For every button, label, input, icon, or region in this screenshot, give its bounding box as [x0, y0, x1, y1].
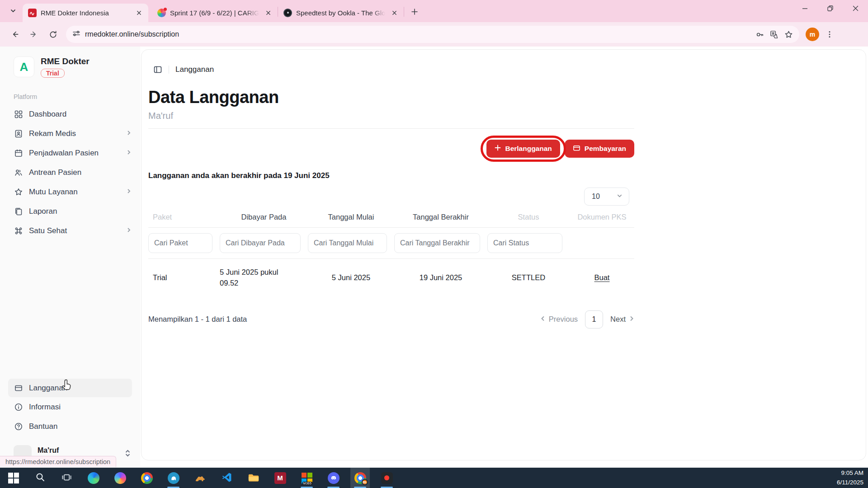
minimize-button[interactable] [792, 0, 817, 16]
m-app-button[interactable]: M [270, 468, 290, 488]
reload-button[interactable] [44, 26, 61, 43]
sidebar-item-label: Mutu Layanan [29, 188, 120, 197]
filter-dibayar-pada-input[interactable] [220, 233, 301, 253]
sidebar-item-rekam-medis[interactable]: Rekam Medis [0, 124, 140, 144]
screen-recorder-button[interactable] [377, 468, 396, 488]
sidebar-item-satu-sehat[interactable]: Satu Sehat [0, 221, 140, 241]
breadcrumb-divider [169, 66, 169, 74]
next-page-button[interactable]: Next [610, 315, 634, 324]
link-status-tooltip: https://rmedokter.online/subscription [0, 456, 116, 467]
close-window-button[interactable] [843, 0, 868, 16]
tab-speedtest[interactable]: Speedtest by Ookla - The Glob [278, 4, 404, 22]
edge-button[interactable] [84, 468, 103, 488]
copilot-button[interactable] [110, 468, 130, 488]
app-name: RME Dokter [41, 56, 90, 67]
calendar-icon [14, 149, 23, 158]
filter-tanggal-mulai-input[interactable] [308, 233, 387, 253]
restore-button[interactable] [817, 0, 843, 16]
tab-search-button[interactable] [5, 4, 21, 19]
tab-close-icon[interactable] [134, 8, 144, 18]
edge-icon [88, 472, 99, 484]
column-header[interactable]: Paket [148, 206, 220, 227]
cell-tanggal-mulai: 5 Juni 2025 [308, 264, 394, 291]
task-view-icon [61, 472, 72, 484]
info-icon [14, 402, 23, 412]
sidebar-item-antrean-pasien[interactable]: Antrean Pasien [0, 163, 140, 183]
forward-button[interactable] [25, 26, 42, 43]
sidebar-item-mutu-layanan[interactable]: Mutu Layanan [0, 183, 140, 202]
vscode-button[interactable] [217, 468, 236, 488]
start-button[interactable] [4, 468, 23, 488]
m365-icon: M365 [301, 472, 313, 484]
plus-icon [495, 145, 501, 153]
sidebar-item-label: Rekam Medis [29, 129, 120, 138]
camel-app-button[interactable] [190, 468, 210, 488]
sidebar-item-bantuan[interactable]: Bantuan [0, 417, 140, 436]
screen-recorder-icon [381, 472, 393, 484]
profile-avatar[interactable]: m [806, 28, 819, 41]
windows-taskbar: M M365 m 9:05 AM 6/11/2025 [0, 468, 868, 488]
trial-badge: Trial [41, 69, 65, 78]
payment-button[interactable]: Pembayaran [565, 140, 634, 158]
filter-status-input[interactable] [487, 233, 562, 253]
task-view-button[interactable] [57, 468, 76, 488]
cell-tanggal-berakhir: 19 Juni 2025 [394, 264, 487, 291]
new-tab-button[interactable] [408, 5, 421, 19]
file-explorer-button[interactable] [244, 468, 263, 488]
sidebar-item-langganan[interactable]: Langganan [8, 379, 132, 397]
back-button[interactable] [6, 26, 24, 43]
page-size-select[interactable]: 10 [584, 188, 629, 206]
browser-menu-icon[interactable] [822, 27, 837, 42]
sidebar-item-dashboard[interactable]: Dashboard [0, 105, 140, 124]
discord-button[interactable] [324, 468, 343, 488]
table-header-row: Paket Dibayar Pada Tanggal Mulai Tanggal… [148, 206, 634, 227]
page-number[interactable]: 1 [585, 310, 603, 328]
m365-label: M365 [302, 482, 313, 485]
tab-sprint[interactable]: Sprint 17 (6/9 - 6/22) | CARIGI | [152, 4, 278, 22]
create-document-link[interactable]: Buat [594, 273, 610, 282]
app-logo-icon: A [14, 56, 34, 77]
copilot-icon [114, 472, 126, 484]
tab-title: RME Dokter Indonesia [41, 9, 130, 17]
sidebar-toggle-button[interactable] [153, 65, 162, 74]
password-key-icon[interactable] [752, 27, 767, 42]
tab-close-icon[interactable] [389, 8, 399, 18]
bookmark-star-icon[interactable] [781, 27, 796, 42]
filter-tanggal-berakhir-input[interactable] [394, 233, 480, 253]
database-app-button[interactable] [164, 468, 183, 488]
sidebar-item-informasi[interactable]: Informasi [0, 397, 140, 417]
taskbar-clock[interactable]: 9:05 AM 6/11/2025 [837, 469, 868, 487]
column-header[interactable]: Status [487, 206, 570, 227]
filter-paket-input[interactable] [148, 233, 212, 253]
site-info-icon[interactable] [72, 29, 80, 39]
column-header[interactable]: Tanggal Berakhir [394, 206, 487, 227]
tab-rme-dokter[interactable]: RME Dokter Indonesia [23, 4, 148, 22]
column-header[interactable]: Dokumen PKS [570, 206, 634, 227]
column-header[interactable]: Tanggal Mulai [308, 206, 394, 227]
previous-page-button[interactable]: Previous [540, 315, 578, 324]
cell-paket: Trial [148, 264, 220, 291]
translate-icon[interactable] [767, 27, 781, 42]
subscribe-button-label: Berlangganan [505, 145, 552, 153]
chrome-button[interactable] [137, 468, 156, 488]
chevron-right-icon [126, 149, 132, 158]
chevron-right-icon [126, 129, 132, 138]
sidebar-item-penjadwalan-pasien[interactable]: Penjadwalan Pasien [0, 144, 140, 163]
subscribe-button[interactable]: Berlangganan [486, 140, 560, 158]
address-bar[interactable]: rmedokter.online/subscription [66, 26, 799, 43]
tab-close-icon[interactable] [263, 8, 273, 18]
clock-date: 6/11/2025 [837, 478, 863, 487]
subscription-notice: Langganan anda akan berakhir pada 19 Jun… [148, 171, 634, 180]
taskbar-search-button[interactable] [30, 468, 50, 488]
m365-button[interactable]: M365 [297, 468, 316, 488]
m-app-icon: M [274, 472, 286, 484]
chrome-profile-button[interactable]: m [350, 468, 370, 488]
column-header[interactable]: Dibayar Pada [220, 206, 308, 227]
table-row: Trial 5 Juni 2025 pukul 09.52 5 Juni 202… [148, 259, 634, 297]
user-name: Ma'ruf [38, 446, 124, 455]
page-size-value: 10 [592, 192, 600, 201]
url-text: rmedokter.online/subscription [85, 30, 752, 38]
discord-icon [328, 472, 340, 484]
sidebar-item-laporan[interactable]: Laporan [0, 202, 140, 221]
chevron-right-icon [126, 226, 132, 235]
